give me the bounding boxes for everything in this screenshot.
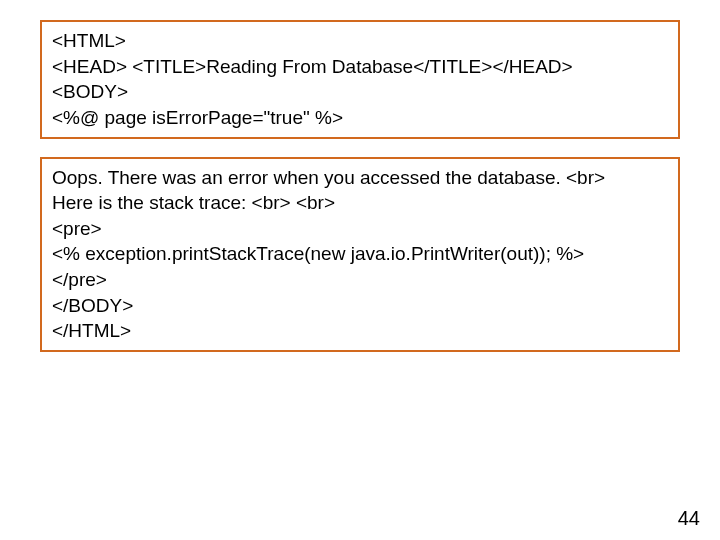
code-line: Oops. There was an error when you access… bbox=[52, 165, 668, 191]
code-line: <pre> bbox=[52, 216, 668, 242]
code-box-top: <HTML> <HEAD> <TITLE>Reading From Databa… bbox=[40, 20, 680, 139]
code-line: </HTML> bbox=[52, 318, 668, 344]
slide: <HTML> <HEAD> <TITLE>Reading From Databa… bbox=[0, 0, 720, 540]
code-line: <HEAD> <TITLE>Reading From Database</TIT… bbox=[52, 54, 668, 80]
code-line: <HTML> bbox=[52, 28, 668, 54]
code-line: <% exception.printStackTrace(new java.io… bbox=[52, 241, 668, 267]
page-number: 44 bbox=[678, 507, 700, 530]
code-line: <%@ page isErrorPage="true" %> bbox=[52, 105, 668, 131]
code-box-bottom: Oops. There was an error when you access… bbox=[40, 157, 680, 352]
code-line: Here is the stack trace: <br> <br> bbox=[52, 190, 668, 216]
code-line: </pre> bbox=[52, 267, 668, 293]
code-line: <BODY> bbox=[52, 79, 668, 105]
code-line: </BODY> bbox=[52, 293, 668, 319]
